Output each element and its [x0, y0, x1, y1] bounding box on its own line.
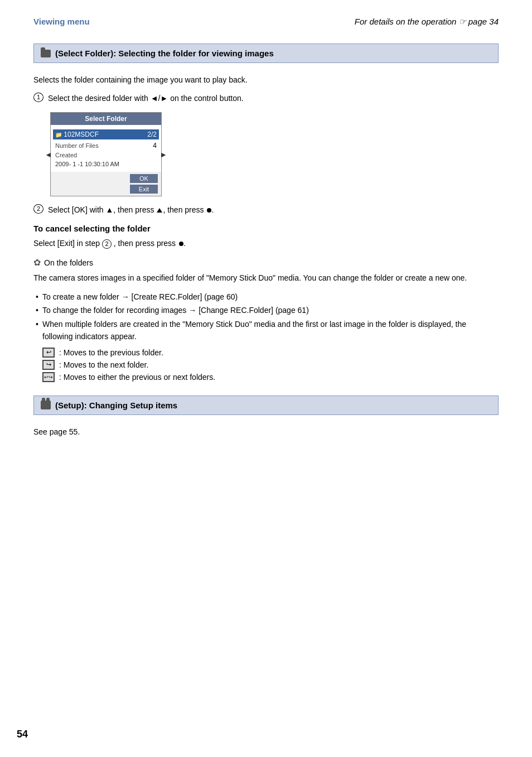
dialog-box: Select Folder 📁 102MSDCF 2/2 Number of F… [50, 112, 162, 196]
cancel-step-num: 2 [102, 239, 112, 249]
dialog-arrow-right: ► [159, 150, 167, 159]
indicator-row-1: ↩ : Moves to the previous folder. [42, 348, 499, 358]
dialog-files-value: 4 [153, 142, 157, 150]
circle-bullet-2-icon [179, 242, 183, 246]
dialog-exit-button[interactable]: Exit [130, 185, 158, 194]
dialog-title: Select Folder [51, 113, 161, 125]
indicator-text-1: : Moves to the previous folder. [59, 348, 163, 357]
tip-bullet-2: To change the folder for recording image… [33, 304, 499, 316]
page-header: Viewing menu For details on the operatio… [33, 17, 499, 27]
dialog-files-row: Number of Files 4 [55, 141, 157, 151]
section2-body: See page 55. [33, 426, 499, 438]
dialog-folder-row: 📁 102MSDCF 2/2 [53, 129, 159, 139]
step1-number: 1 [33, 93, 43, 102]
dialog-outer: ◄ Select Folder 📁 102MSDCF 2/2 Number of… [50, 112, 162, 196]
tip-bullet-list: To create a new folder → [Create REC.Fol… [33, 291, 499, 343]
step1: 1 Select the desired folder with ◄/► on … [33, 93, 499, 104]
tip-bullet-1: To create a new folder → [Create REC.Fol… [33, 291, 499, 303]
page-number: 54 [17, 729, 28, 740]
indicator-row-3: ↩↪ : Moves to either the previous or nex… [42, 372, 499, 382]
cancel-text: Select [Exit] in step 2 , then press pre… [33, 238, 499, 249]
setup-icon [41, 401, 51, 409]
tip-bullet-3: When multiple folders are created in the… [33, 318, 499, 343]
page-ref-header: For details on the operation ☞ page 34 [355, 17, 499, 27]
dialog-folder-name: 📁 102MSDCF [55, 131, 99, 138]
step2-text: Select [OK] with ▲, then press , then pr… [48, 204, 214, 216]
tip-body: The camera stores images in a specified … [33, 272, 499, 284]
dialog-files-label: Number of Files [55, 142, 99, 149]
tip-icon: ✿ [33, 257, 41, 268]
section1-title: (Select Folder): Selecting the folder fo… [55, 49, 274, 58]
dialog-content: 📁 102MSDCF 2/2 Number of Files 4 Created… [51, 125, 161, 172]
dialog-wrapper: ◄ Select Folder 📁 102MSDCF 2/2 Number of… [50, 112, 499, 196]
tip-heading: ✿ On the folders [33, 257, 499, 268]
page-container: Viewing menu For details on the operatio… [0, 0, 532, 757]
step2: 2 Select [OK] with ▲, then press , then … [33, 204, 499, 216]
dialog-created-row: Created [55, 151, 157, 160]
indicator-text-2: : Moves to the next folder. [59, 360, 148, 369]
step1-text: Select the desired folder with ◄/► on th… [48, 93, 244, 104]
tip-heading-text: On the folders [44, 258, 93, 267]
section1-box: (Select Folder): Selecting the folder fo… [33, 44, 499, 63]
dialog-ok-button[interactable]: OK [130, 174, 158, 183]
section2-box: (Setup): Changing Setup items [33, 396, 499, 415]
step2-number: 2 [33, 204, 43, 214]
dialog-buttons: OK Exit [51, 172, 161, 196]
section1-intro: Selects the folder containing the image … [33, 74, 499, 86]
section2-title: (Setup): Changing Setup items [55, 401, 177, 410]
indicator-text-3: : Moves to either the previous or next f… [59, 373, 215, 382]
dialog-timestamp: 2009- 1 -1 10:30:10 AM [55, 160, 157, 168]
both-folder-icon: ↩↪ [42, 372, 55, 382]
indicator-row-2: ↪ : Moves to the next folder. [42, 360, 499, 370]
dialog-folder-num: 2/2 [147, 131, 157, 138]
next-folder-icon: ↪ [42, 360, 55, 370]
triangle-up-icon [157, 208, 162, 213]
cancel-subheading: To cancel selecting the folder [33, 224, 499, 233]
folder-icon [41, 50, 51, 57]
section-title-header: Viewing menu [33, 17, 90, 26]
prev-folder-icon: ↩ [42, 348, 55, 358]
dialog-created-label: Created [55, 152, 77, 158]
